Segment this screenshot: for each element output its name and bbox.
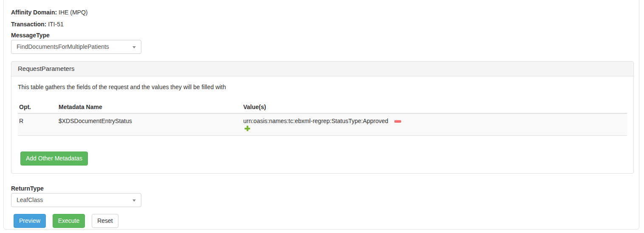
request-parameters-panel: RequestParameters This table gathers the…	[11, 61, 634, 174]
preview-button[interactable]: Preview	[14, 214, 46, 228]
affinity-domain-label: Affinity Domain:	[11, 9, 57, 16]
table-header-row: Opt. Metadata Name Value(s)	[18, 102, 627, 113]
affinity-domain-line: Affinity Domain: IHE (MPQ)	[11, 8, 639, 17]
execute-button[interactable]: Execute	[53, 214, 85, 228]
cell-values: urn:oasis:names:tc:ebxml-regrep:StatusTy…	[242, 113, 627, 136]
message-type-selected-value: FindDocumentsForMultiplePatients	[17, 43, 109, 50]
chevron-down-icon	[132, 199, 136, 202]
cell-opt: R	[18, 113, 57, 136]
add-value-line	[243, 125, 626, 133]
column-header-metadata-name: Metadata Name	[57, 102, 242, 113]
panel-description: This table gathers the fields of the req…	[18, 83, 627, 91]
action-buttons-row: Preview Execute Reset	[14, 214, 639, 228]
affinity-domain-value: IHE (MPQ)	[59, 9, 87, 16]
transaction-value: ITI-51	[48, 21, 64, 28]
message-type-select[interactable]: FindDocumentsForMultiplePatients	[11, 40, 141, 54]
transaction-line: Transaction: ITI-51	[11, 20, 639, 28]
value-line: urn:oasis:names:tc:ebxml-regrep:StatusTy…	[243, 117, 626, 125]
value-text: urn:oasis:names:tc:ebxml-regrep:StatusTy…	[243, 118, 388, 124]
panel-title: RequestParameters	[11, 62, 633, 76]
request-parameters-table: Opt. Metadata Name Value(s) R $XDSDocume…	[18, 102, 627, 136]
table-row: R $XDSDocumentEntryStatus urn:oasis:name…	[18, 113, 627, 136]
add-other-metadatas-button[interactable]: Add Other Metadatas	[20, 152, 88, 166]
add-value-plus-icon[interactable]	[245, 126, 250, 131]
viewport: Affinity Domain: IHE (MPQ) Transaction: …	[0, 0, 644, 233]
cell-metadata-name: $XDSDocumentEntryStatus	[57, 113, 242, 136]
return-type-select[interactable]: LeafClass	[11, 193, 141, 207]
chevron-down-icon	[132, 46, 136, 48]
message-type-label: MessageType	[11, 31, 639, 39]
return-type-label: ReturnType	[11, 184, 639, 193]
return-type-selected-value: LeafClass	[17, 197, 43, 203]
remove-value-minus-icon[interactable]	[394, 120, 401, 123]
reset-button[interactable]: Reset	[92, 214, 118, 228]
column-header-values: Value(s)	[242, 102, 627, 113]
query-form-container: Affinity Domain: IHE (MPQ) Transaction: …	[3, 0, 639, 230]
transaction-label: Transaction:	[11, 21, 46, 28]
column-header-opt: Opt.	[18, 102, 57, 113]
panel-body: This table gathers the fields of the req…	[11, 76, 633, 172]
